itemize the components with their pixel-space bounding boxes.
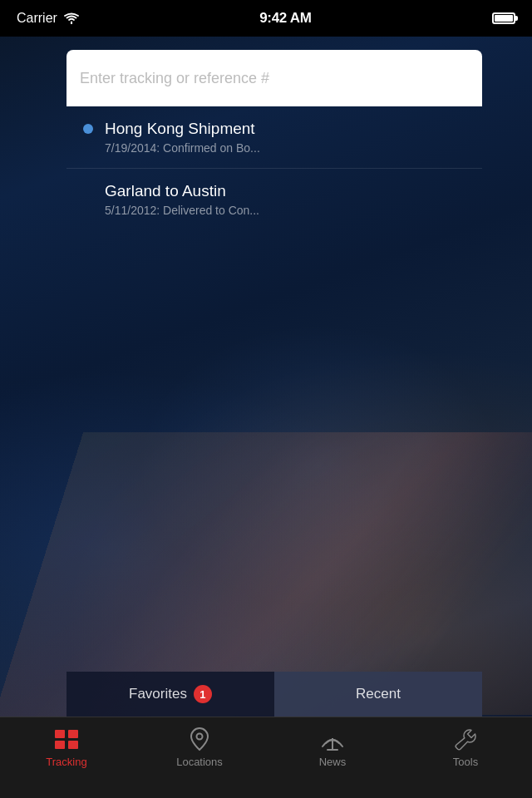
tools-nav-label: Tools [453,756,478,768]
status-right [492,12,515,24]
tab-switcher: Favorites 1 Recent [66,672,482,717]
search-container [66,50,482,106]
wifi-icon [64,12,79,24]
status-bar: Carrier 9:42 AM [0,0,532,37]
item-title-2: Garland to Austin [105,182,466,200]
news-nav-label: News [319,756,347,768]
news-nav-icon [319,727,346,751]
svg-rect-2 [55,741,65,749]
tracking-nav-icon [53,727,80,751]
favorites-tab[interactable]: Favorites 1 [66,672,274,717]
info-button[interactable]: i [441,60,470,90]
carrier-label: Carrier [17,11,57,26]
tracking-nav-label: Tracking [46,756,86,768]
nav-item-locations[interactable]: Locations [133,726,266,768]
status-time: 9:42 AM [259,10,311,27]
inactive-dot [83,186,93,196]
item-content-1: Hong Kong Shipment 7/19/2014: Confirmed … [105,120,466,155]
svg-point-4 [197,734,203,740]
favorites-badge: 1 [194,685,212,703]
nav-item-news[interactable]: News [266,726,399,768]
item-subtitle-1: 7/19/2014: Confirmed on Bo... [105,141,466,155]
panel-wrapper: i Hong Kong Shipment 7/19/2014: Confirme… [66,50,482,230]
svg-rect-0 [55,730,65,738]
status-left: Carrier [17,11,79,26]
recent-label: Recent [356,686,401,702]
nav-item-tools[interactable]: Tools [399,726,532,768]
tools-nav-icon [452,727,479,751]
battery-fill [495,15,513,22]
active-dot [83,124,93,134]
tracking-search-input[interactable] [80,70,469,87]
battery-icon [492,12,515,24]
svg-rect-1 [68,730,78,738]
recent-tab[interactable]: Recent [274,672,482,717]
info-icon: i [453,66,457,84]
favorites-label: Favorites [129,686,187,702]
item-subtitle-2: 5/11/2012: Delivered to Con... [105,204,466,217]
list-item[interactable]: Hong Kong Shipment 7/19/2014: Confirmed … [66,106,482,169]
bottom-nav: Tracking Locations News [0,717,532,798]
svg-rect-3 [68,741,78,749]
locations-nav-icon [186,727,213,751]
item-content-2: Garland to Austin 5/11/2012: Delivered t… [105,182,466,217]
nav-item-tracking[interactable]: Tracking [0,726,133,768]
list-item-2[interactable]: Garland to Austin 5/11/2012: Delivered t… [66,169,482,230]
item-title-1: Hong Kong Shipment [105,120,466,138]
main-content: i Hong Kong Shipment 7/19/2014: Confirme… [0,37,532,717]
locations-nav-label: Locations [176,756,223,768]
